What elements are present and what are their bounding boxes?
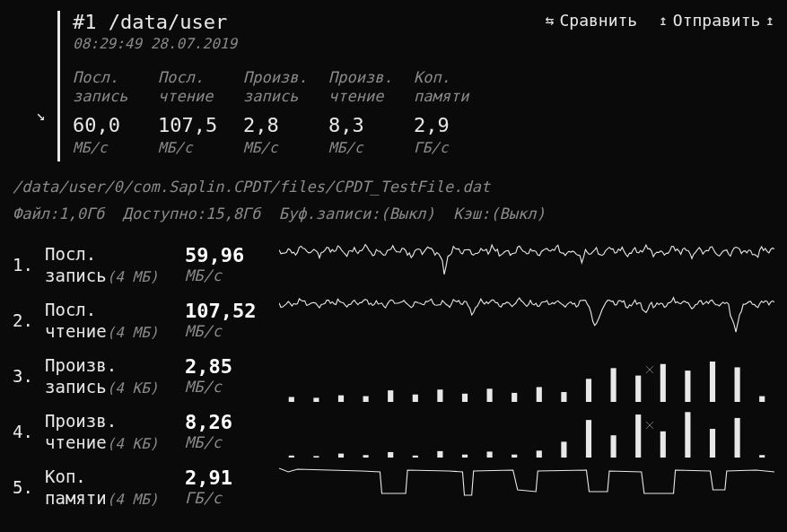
compare-button[interactable]: ⇆ Сравнить — [546, 11, 637, 30]
svg-rect-9 — [512, 393, 517, 402]
metric-value: 60,0 — [73, 114, 140, 136]
svg-rect-22 — [289, 456, 294, 458]
metric-label: Посл. запись — [73, 68, 140, 107]
test-value: 107,52 — [185, 301, 279, 322]
test-unit: МБ/с — [185, 266, 279, 284]
metric-label: Посл. чтение — [158, 68, 225, 107]
svg-rect-30 — [487, 451, 493, 458]
run-id: #1 — [73, 11, 97, 33]
svg-rect-26 — [388, 452, 393, 458]
run-path: /data/user — [109, 11, 227, 33]
test-name-line2: чтение — [45, 321, 107, 341]
svg-rect-28 — [437, 451, 442, 458]
metric-value: 8,3 — [328, 114, 396, 136]
metric-label: Произв. чтение — [328, 68, 396, 107]
test-name-paren: (4 МБ) — [107, 324, 159, 341]
test-unit: МБ/с — [185, 433, 279, 451]
svg-rect-23 — [313, 456, 319, 458]
test-index: 4. — [13, 422, 45, 441]
test-name: Произв.запись(4 КБ) — [45, 355, 185, 397]
svg-rect-40 — [735, 418, 740, 458]
run-separator-bar — [57, 11, 60, 161]
svg-rect-34 — [586, 420, 591, 458]
svg-rect-27 — [413, 456, 418, 458]
test-name-line1: Произв. — [45, 411, 185, 432]
test-value-col: 59,96МБ/с — [185, 245, 279, 284]
svg-rect-8 — [487, 388, 493, 402]
test-unit: ГБ/с — [185, 489, 279, 507]
test-value-col: 8,26МБ/с — [185, 412, 279, 451]
svg-rect-7 — [462, 394, 468, 402]
svg-rect-1 — [313, 397, 319, 402]
metric-col: Произв. запись2,8МБ/с — [243, 68, 310, 156]
svg-rect-10 — [537, 387, 542, 402]
metric-unit: МБ/с — [73, 139, 140, 156]
test-index: 5. — [13, 477, 45, 497]
svg-rect-15 — [660, 364, 666, 402]
test-unit: МБ/с — [185, 322, 279, 340]
test-chart — [279, 294, 774, 346]
metric-col: Посл. запись60,0МБ/с — [73, 68, 140, 156]
test-name: Произв.чтение(4 КБ) — [45, 411, 185, 452]
run-header: ↘ #1 /data/user 08:29:49 28.07.2019 Посл… — [13, 11, 774, 161]
svg-rect-16 — [685, 371, 690, 402]
test-name-line2: запись — [45, 377, 107, 397]
svg-rect-13 — [611, 368, 616, 402]
svg-rect-6 — [437, 389, 442, 402]
test-row: 5.Коп.памяти(4 МБ)2,91ГБ/с — [13, 459, 774, 515]
svg-rect-25 — [363, 455, 369, 458]
svg-rect-17 — [710, 362, 715, 402]
svg-rect-11 — [561, 392, 566, 402]
test-chart — [279, 239, 774, 291]
svg-rect-31 — [512, 455, 517, 458]
svg-rect-36 — [635, 414, 641, 458]
test-row: 3.Произв.запись(4 КБ)2,85МБ/с — [13, 348, 774, 404]
svg-rect-19 — [759, 397, 765, 402]
metric-value: 107,5 — [158, 114, 225, 136]
svg-rect-32 — [537, 450, 542, 458]
metric-label: Коп. памяти — [414, 68, 481, 107]
test-value: 2,91 — [185, 467, 279, 489]
test-index: 3. — [13, 366, 45, 386]
svg-rect-4 — [388, 390, 393, 402]
test-row: 4.Произв.чтение(4 КБ)8,26МБ/с — [13, 404, 774, 459]
test-name-line1: Произв. — [45, 355, 185, 377]
metric-value: 2,9 — [414, 114, 481, 136]
test-name-line2: памяти — [45, 488, 107, 508]
expand-icon[interactable]: ↘ — [36, 106, 45, 124]
file-meta: Файл:1,0Гб Доступно:15,8Гб Буф.записи:(В… — [13, 205, 774, 222]
test-name-line2: чтение — [45, 432, 107, 452]
test-chart — [279, 406, 774, 458]
test-name-paren: (4 КБ) — [107, 379, 159, 397]
svg-rect-2 — [338, 396, 344, 402]
test-name-line1: Коп. — [45, 467, 185, 488]
svg-rect-37 — [660, 432, 666, 458]
test-value-col: 107,52МБ/с — [185, 301, 279, 340]
svg-rect-3 — [363, 397, 369, 402]
file-path: /data/user/0/com.Saplin.CPDT/files/CPDT_… — [13, 178, 774, 196]
send-button[interactable]: ↥ Отправить ↥ — [659, 11, 774, 30]
test-value: 8,26 — [185, 412, 279, 433]
metric-unit: МБ/с — [158, 139, 225, 156]
metric-label: Произв. запись — [243, 68, 310, 107]
test-name-paren: (4 КБ) — [107, 435, 159, 452]
test-value-col: 2,85МБ/с — [185, 356, 279, 396]
metric-col: Произв. чтение8,3МБ/с — [328, 68, 396, 156]
compare-label: Сравнить — [559, 11, 637, 30]
transfer-icon: ⇆ — [546, 13, 555, 28]
upload-right-icon: ↥ — [765, 13, 774, 28]
test-value-col: 2,91ГБ/с — [185, 467, 279, 507]
svg-rect-41 — [759, 455, 765, 458]
test-name: Коп.памяти(4 МБ) — [45, 467, 185, 508]
svg-rect-0 — [289, 397, 294, 402]
test-value: 2,85 — [185, 356, 279, 378]
test-name: Посл.запись(4 МБ) — [45, 244, 185, 285]
test-name-line1: Посл. — [45, 300, 185, 321]
metric-col: Коп. памяти2,9ГБ/с — [414, 68, 481, 156]
svg-rect-12 — [586, 379, 591, 402]
svg-rect-5 — [413, 395, 418, 402]
svg-rect-33 — [561, 441, 566, 458]
svg-rect-24 — [338, 454, 344, 458]
svg-rect-39 — [710, 429, 715, 458]
svg-rect-18 — [735, 367, 740, 402]
